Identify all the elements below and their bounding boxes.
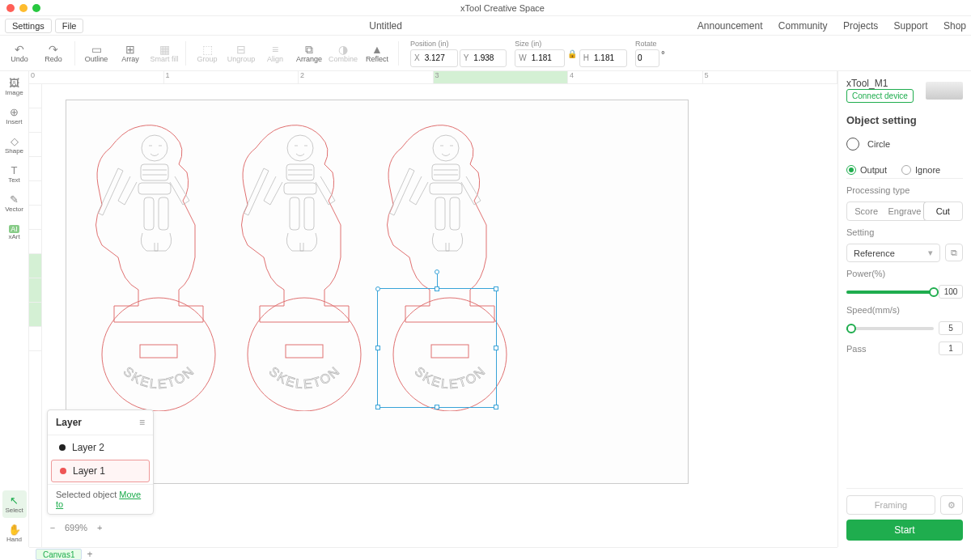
rotate-handle[interactable]	[435, 269, 439, 274]
resize-handle-tl[interactable]	[375, 286, 380, 291]
layer-color-icon	[60, 468, 66, 474]
rotate-input[interactable]	[636, 53, 659, 62]
cut-tab[interactable]: Cut	[923, 202, 963, 221]
reflect-button[interactable]: ▲Reflect	[361, 37, 393, 70]
pass-value[interactable]: 1	[939, 342, 963, 355]
vector-tool[interactable]: ✎Vector	[2, 189, 27, 217]
processing-type-segment[interactable]: Score Engrave Cut	[846, 202, 963, 221]
insert-tool[interactable]: ⊕Insert	[2, 102, 27, 129]
arrange-icon: ⧉	[305, 44, 313, 55]
array-button[interactable]: ⊞Array	[114, 37, 146, 70]
power-value[interactable]: 100	[939, 285, 963, 299]
window-close-icon[interactable]	[6, 4, 15, 12]
size-h-field[interactable]: H	[579, 49, 627, 67]
outline-icon: ▭	[91, 44, 102, 55]
layer-panel[interactable]: Layer≡ Layer 2 Layer 1 Selected object M…	[47, 409, 154, 515]
hand-tool[interactable]: ✋Hand	[2, 520, 27, 547]
shop-link[interactable]: Shop	[943, 20, 966, 32]
processing-type-label: Processing type	[846, 185, 963, 195]
vector-icon: ✎	[10, 193, 19, 206]
undo-button[interactable]: ↶Undo	[3, 37, 36, 70]
selection-bounds[interactable]	[377, 288, 497, 408]
window-title: xTool Creative Space	[40, 3, 965, 13]
canvas-tab[interactable]: Canvas1	[36, 549, 82, 560]
projects-link[interactable]: Projects	[843, 20, 878, 32]
undo-icon: ↶	[15, 44, 24, 55]
reference-select[interactable]: Reference▾	[846, 244, 940, 262]
image-tool[interactable]: 🖼Image	[2, 73, 27, 100]
ignore-radio[interactable]: Ignore	[901, 165, 940, 175]
resize-handle-bm[interactable]	[435, 405, 439, 409]
resize-handle-mr[interactable]	[494, 346, 498, 350]
settings-menu[interactable]: Settings	[5, 19, 52, 33]
svg-point-0	[142, 135, 167, 161]
group-button[interactable]: ⬚Group	[191, 37, 223, 70]
announcement-link[interactable]: Announcement	[698, 20, 763, 32]
connect-device-button[interactable]: Connect device	[846, 89, 914, 103]
resize-handle-br[interactable]	[494, 405, 498, 409]
smartfill-button[interactable]: ▦Smart fill	[148, 37, 180, 70]
svg-rect-20	[450, 197, 460, 230]
svg-rect-11	[290, 197, 299, 230]
text-icon: T	[11, 164, 18, 176]
window-zoom-icon[interactable]	[32, 4, 40, 12]
xart-tool[interactable]: AIxArt	[2, 218, 27, 246]
hand-icon: ✋	[8, 524, 21, 536]
ungroup-button[interactable]: ⊟Ungroup	[225, 37, 257, 70]
svg-rect-17	[432, 164, 460, 180]
circle-icon	[846, 138, 859, 151]
zoom-out-button[interactable]: −	[47, 523, 58, 532]
zoom-in-button[interactable]: +	[94, 523, 105, 532]
size-h-input[interactable]	[592, 53, 626, 62]
svg-rect-18	[430, 183, 462, 194]
text-tool[interactable]: TText	[2, 160, 27, 188]
support-link[interactable]: Support	[894, 20, 928, 32]
add-canvas-button[interactable]: +	[87, 549, 92, 560]
window-minimize-icon[interactable]	[19, 4, 28, 12]
design-group-1[interactable]: SKELETON	[86, 120, 231, 411]
layer-panel-title: Layer	[56, 417, 82, 428]
layer-settings-icon[interactable]: ≡	[139, 417, 145, 428]
svg-rect-6	[140, 345, 177, 358]
reflect-icon: ▲	[371, 44, 383, 55]
arrange-button[interactable]: ⧉Arrange	[293, 37, 325, 70]
resize-handle-bl[interactable]	[375, 405, 380, 409]
community-link[interactable]: Community	[778, 20, 828, 32]
framing-button[interactable]: Framing	[846, 495, 935, 515]
svg-point-5	[102, 298, 215, 411]
size-w-field[interactable]: W	[515, 49, 564, 67]
svg-rect-10	[284, 183, 316, 194]
layer-row[interactable]: Layer 2	[51, 437, 150, 458]
resize-handle-tm[interactable]	[435, 286, 439, 291]
output-radio[interactable]: Output	[846, 165, 887, 175]
position-x-input[interactable]	[423, 53, 457, 62]
speed-slider[interactable]	[846, 327, 934, 330]
position-y-field[interactable]: Y	[460, 49, 507, 67]
copy-settings-button[interactable]: ⧉	[945, 244, 963, 261]
shape-tool[interactable]: ◇Shape	[2, 131, 27, 159]
score-tab[interactable]: Score	[847, 202, 885, 220]
redo-button[interactable]: ↷Redo	[37, 37, 70, 70]
resize-handle-tr[interactable]	[494, 286, 498, 291]
framing-settings-button[interactable]: ⚙	[940, 495, 963, 515]
file-menu[interactable]: File	[55, 19, 84, 33]
align-button[interactable]: ≡Align	[259, 37, 291, 70]
chevron-down-icon: ▾	[928, 248, 933, 258]
power-slider[interactable]	[846, 291, 934, 294]
size-w-input[interactable]	[530, 53, 564, 62]
rotate-field[interactable]	[635, 49, 659, 67]
speed-value[interactable]: 5	[939, 321, 963, 335]
position-y-input[interactable]	[472, 53, 506, 62]
design-group-2[interactable]: SKELETON	[231, 120, 377, 411]
start-button[interactable]: Start	[846, 520, 963, 541]
outline-button[interactable]: ▭Outline	[80, 37, 112, 70]
resize-handle-ml[interactable]	[375, 346, 380, 350]
combine-button[interactable]: ◑Combine	[327, 37, 359, 70]
engrave-tab[interactable]: Engrave	[885, 202, 923, 220]
layer-row[interactable]: Layer 1	[51, 460, 150, 482]
lock-aspect-icon[interactable]: 🔒	[566, 49, 578, 67]
position-label: Position (in)	[410, 40, 507, 48]
position-x-field[interactable]: X	[410, 49, 458, 67]
svg-point-13	[248, 298, 361, 411]
select-tool[interactable]: ↖Select	[2, 490, 27, 518]
